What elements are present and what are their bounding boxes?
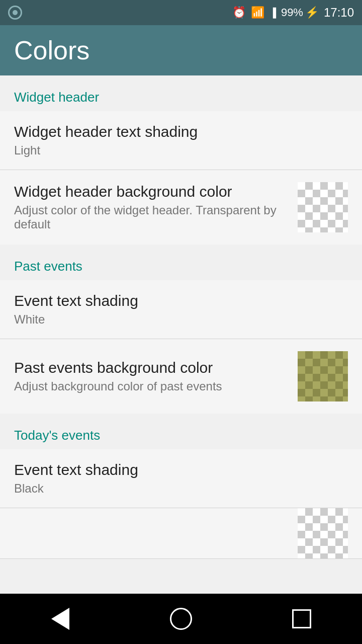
section-past-events: Past events Event text shading White Pas…	[0, 245, 362, 414]
list-item-subtitle: White	[14, 312, 348, 327]
list-item-partial[interactable]	[0, 508, 362, 559]
list-item-subtitle: Light	[14, 143, 348, 157]
bottom-navigation	[0, 594, 362, 644]
page-title: Colors	[14, 35, 89, 65]
content-area: Widget header Widget header text shading…	[0, 75, 362, 594]
list-item-title: Widget header text shading	[14, 123, 348, 140]
list-item-subtitle: Adjust background color of past events	[14, 379, 290, 393]
status-bar: ⏰ 📶 ▐ 99% ⚡ 17:10	[0, 0, 362, 25]
list-item-past-event-text-shading[interactable]: Event text shading White	[0, 280, 362, 339]
nav-recent-button[interactable]	[277, 604, 327, 634]
section-widget-header: Widget header Widget header text shading…	[0, 75, 362, 245]
wifi-icon: 📶	[251, 6, 264, 19]
list-item-title: Past events background color	[14, 359, 290, 376]
status-indicator	[8, 6, 22, 20]
list-item-text: Event text shading White	[14, 292, 348, 327]
nav-home-button[interactable]	[156, 604, 206, 634]
home-icon	[170, 608, 192, 630]
list-item-text: Widget header background color Adjust co…	[14, 183, 290, 231]
nav-back-button[interactable]	[35, 604, 85, 634]
list-item-text: Past events background color Adjust back…	[14, 359, 290, 393]
color-preview-olive	[298, 351, 348, 401]
list-item-widget-header-text-shading[interactable]: Widget header text shading Light	[0, 111, 362, 170]
list-item-widget-header-background-color[interactable]: Widget header background color Adjust co…	[0, 170, 362, 245]
list-item-todays-event-text-shading[interactable]: Event text shading Black	[0, 449, 362, 508]
section-header-todays-events: Today's events	[0, 414, 362, 449]
status-icons: ⏰ 📶 ▐ 99% ⚡ 17:10	[232, 6, 354, 20]
color-preview-partial	[298, 508, 348, 558]
status-time: 17:10	[324, 6, 354, 20]
list-item-subtitle: Black	[14, 481, 348, 496]
list-item-title: Event text shading	[14, 461, 348, 478]
list-item-text: Event text shading Black	[14, 461, 348, 496]
section-header-past-events: Past events	[0, 245, 362, 280]
list-item-text: Widget header text shading Light	[14, 123, 348, 157]
signal-icon: ▐	[269, 8, 276, 18]
recent-icon	[292, 609, 311, 628]
section-header-widget-header: Widget header	[0, 75, 362, 111]
battery-percentage: 99%	[281, 6, 303, 19]
list-item-title: Event text shading	[14, 292, 348, 309]
list-item-past-events-background-color[interactable]: Past events background color Adjust back…	[0, 339, 362, 414]
back-icon	[51, 608, 69, 630]
battery-charging-icon: ⚡	[305, 6, 319, 19]
battery-info: 99% ⚡	[281, 6, 319, 19]
list-item-subtitle: Adjust color of the widget header. Trans…	[14, 203, 290, 231]
color-preview-transparent	[298, 182, 348, 232]
toolbar: Colors	[0, 25, 362, 75]
section-todays-events: Today's events Event text shading Black	[0, 414, 362, 559]
alarm-icon: ⏰	[232, 6, 246, 19]
list-item-title: Widget header background color	[14, 183, 290, 200]
